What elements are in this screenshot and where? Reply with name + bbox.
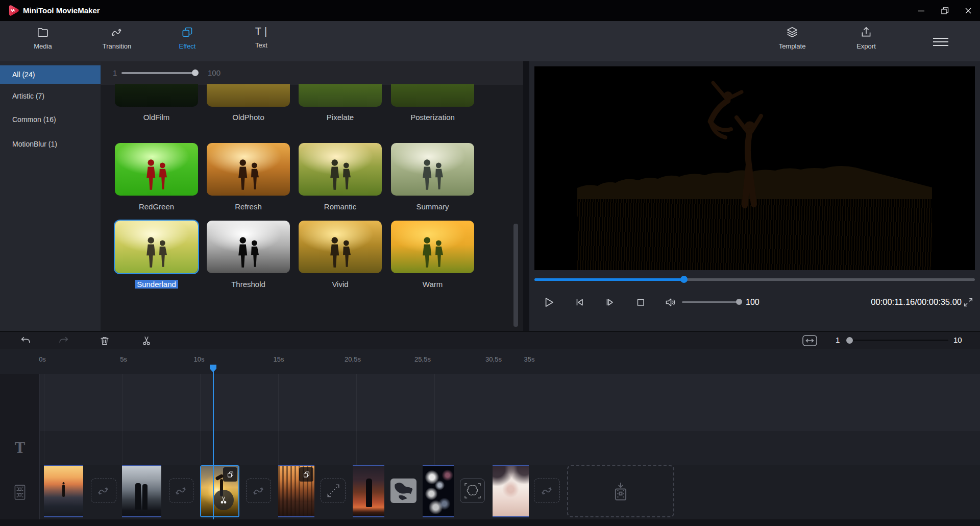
transition-slot[interactable] xyxy=(169,479,193,503)
sidebar-category-item[interactable]: Common (16) xyxy=(0,110,101,129)
add-media-dropzone[interactable] xyxy=(567,465,674,517)
transition-curve-icon xyxy=(110,26,124,39)
sidebar-category-item[interactable]: MotionBlur (1) xyxy=(0,135,101,153)
timeline-clip[interactable] xyxy=(122,465,161,517)
effect-thumbnail xyxy=(391,84,474,107)
ruler-tick-label: 15s xyxy=(274,355,284,363)
transition-slot[interactable] xyxy=(460,479,485,503)
menu-button[interactable] xyxy=(931,35,950,49)
ruler-tick-label: 10s xyxy=(194,355,205,363)
split-here-overlay[interactable] xyxy=(213,490,234,510)
timeline-clip[interactable] xyxy=(200,465,239,517)
category-label: Common (16) xyxy=(12,115,56,124)
volume-slider[interactable] xyxy=(682,301,739,303)
redo-icon xyxy=(58,334,70,347)
sidebar-category-item[interactable]: Artistic (7) xyxy=(0,87,101,105)
strength-min-label: 1 xyxy=(113,68,117,77)
duplicate-badge xyxy=(299,467,313,482)
strength-slider[interactable] xyxy=(121,72,197,74)
fullscreen-icon xyxy=(963,297,974,308)
kids-silhouette xyxy=(130,228,183,271)
timeline-clip[interactable] xyxy=(423,465,454,517)
tab-label: Transition xyxy=(103,42,132,50)
transition-slot[interactable] xyxy=(321,479,346,503)
main-toolbar: Media Transition Effect T | Text Templat… xyxy=(0,21,980,61)
effect-thumbnail xyxy=(207,221,290,273)
titlebar: MiniTool MovieMaker xyxy=(0,0,980,21)
effect-item[interactable]: Refresh xyxy=(207,143,290,196)
effect-item[interactable]: Threshold xyxy=(207,221,290,273)
fullscreen-button[interactable] xyxy=(963,295,977,309)
transition-slot[interactable] xyxy=(534,479,560,503)
export-button[interactable]: Export xyxy=(842,26,891,58)
transition-slot[interactable] xyxy=(246,479,271,503)
timeline-clip[interactable] xyxy=(44,465,83,517)
text-track[interactable] xyxy=(0,431,980,465)
play-icon xyxy=(542,295,556,309)
video-preview[interactable] xyxy=(534,66,975,270)
volume-button[interactable] xyxy=(660,292,680,313)
restore-button[interactable] xyxy=(933,0,957,21)
effect-item[interactable]: OldFilm xyxy=(115,84,198,107)
effect-item[interactable]: Sunderland xyxy=(115,221,198,273)
effect-item[interactable]: Romantic xyxy=(299,143,382,196)
minimize-button[interactable] xyxy=(910,0,933,21)
app-logo-icon xyxy=(7,4,19,17)
transition-curve-icon xyxy=(175,484,188,497)
effect-item[interactable]: Warm xyxy=(391,221,474,273)
timeline-clip[interactable] xyxy=(493,465,529,517)
play-button[interactable] xyxy=(538,292,559,313)
minimize-icon xyxy=(916,5,927,16)
ruler-tick-label: 35s xyxy=(524,355,535,363)
next-frame-button[interactable] xyxy=(599,292,620,313)
effect-item[interactable]: OldPhoto xyxy=(207,84,290,107)
tab-text[interactable]: T | Text xyxy=(237,26,286,58)
undo-button[interactable] xyxy=(16,333,35,348)
tab-label: Text xyxy=(255,41,267,49)
effect-item[interactable]: RedGreen xyxy=(115,143,198,196)
copy-icon xyxy=(302,470,311,479)
gridline xyxy=(200,374,201,465)
stop-button[interactable] xyxy=(630,292,651,313)
timeline-clip[interactable] xyxy=(353,465,384,517)
seek-bar[interactable] xyxy=(534,278,975,281)
effect-thumbnail xyxy=(207,143,290,196)
ruler-tick-label: 30,5s xyxy=(485,355,502,363)
sunset-couple-scene xyxy=(577,66,932,270)
effects-panel: 1 100 OldFilm OldPhoto xyxy=(101,61,523,331)
effect-label: Threshold xyxy=(207,280,290,289)
effect-item[interactable]: Summary xyxy=(391,143,474,196)
timeline-clip[interactable] xyxy=(278,465,314,517)
previous-frame-button[interactable] xyxy=(569,292,590,313)
tab-transition[interactable]: Transition xyxy=(92,26,141,58)
fit-timeline-icon xyxy=(802,334,818,347)
effect-category-sidebar: All (24) Artistic (7) Common (16) Motion… xyxy=(0,61,101,331)
transition-slot[interactable] xyxy=(91,479,116,503)
timeline-ruler[interactable]: 0s5s10s15s20,5s25,5s30,5s35s xyxy=(0,349,980,374)
tab-media[interactable]: Media xyxy=(18,26,67,58)
delete-button[interactable] xyxy=(95,333,114,348)
effect-item[interactable]: Vivid xyxy=(299,221,382,273)
timeline-zoom-max: 10 xyxy=(953,336,962,344)
app-title: MiniTool MovieMaker xyxy=(23,0,100,21)
effect-item[interactable]: Pixelate xyxy=(299,84,382,107)
timeline-zoom-thumb[interactable] xyxy=(846,337,853,344)
timeline-zoom-slider[interactable] xyxy=(847,340,948,341)
clip-thumbnail xyxy=(423,466,454,516)
strength-slider-thumb[interactable] xyxy=(192,69,199,76)
close-button[interactable] xyxy=(957,0,980,21)
export-label: Export xyxy=(856,42,876,50)
redo-button[interactable] xyxy=(55,333,73,348)
effect-item[interactable]: Posterization xyxy=(391,84,474,107)
fit-timeline-button[interactable] xyxy=(802,334,818,347)
next-frame-icon xyxy=(603,296,616,309)
tab-effect[interactable]: Effect xyxy=(163,26,212,58)
sidebar-category-item[interactable]: All (24) xyxy=(0,65,101,84)
seek-thumb[interactable] xyxy=(680,276,688,283)
template-button[interactable]: Template xyxy=(768,26,817,58)
transition-slot[interactable] xyxy=(390,479,416,503)
effect-label: OldFilm xyxy=(115,113,198,122)
split-button[interactable] xyxy=(137,333,156,348)
effects-scrollbar[interactable] xyxy=(513,224,518,327)
volume-slider-thumb[interactable] xyxy=(736,299,742,305)
